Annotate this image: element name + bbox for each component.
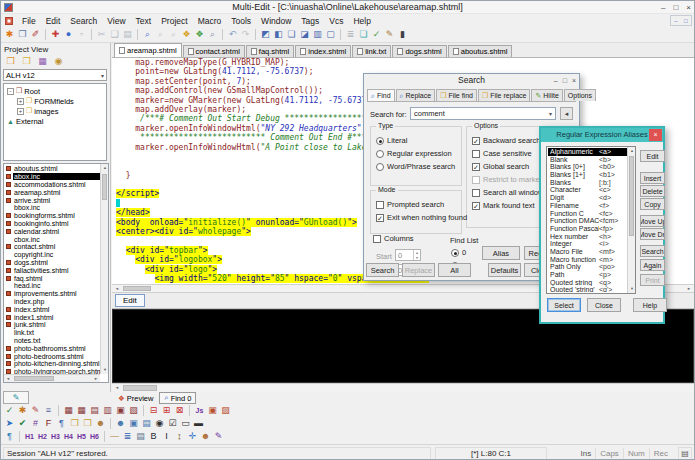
javascript-icon[interactable]: Js (193, 404, 206, 417)
contact-icon[interactable]: ☻ (94, 417, 107, 430)
close-icon[interactable]: × (649, 129, 662, 141)
scroll-up-icon[interactable]: ▲ (101, 164, 109, 172)
edit-mode-tab[interactable]: Edit (115, 294, 145, 307)
collapse-icon[interactable]: - (7, 88, 14, 95)
redo-icon[interactable]: ↷ (239, 28, 252, 41)
spell-check-icon[interactable]: ✓ (370, 28, 383, 41)
insert-thumbnail-icon[interactable]: ▤ (140, 417, 153, 430)
h5-icon[interactable]: H5 (75, 430, 88, 443)
alias-item[interactable]: Filename<f> (548, 202, 627, 210)
tile-horizontal-icon[interactable]: ◩ (259, 28, 272, 41)
file-list-item[interactable]: photo-kitchen-dinning.shtml (4, 360, 100, 368)
search-tab-replace[interactable]: ⌕Replace (396, 89, 436, 101)
close-icon[interactable]: × (686, 1, 691, 14)
move-dn-button[interactable]: Move Dn (640, 228, 665, 240)
search-tab-find[interactable]: ⌕Find (367, 89, 395, 101)
menu-help[interactable]: Help (348, 16, 375, 26)
search-for-input[interactable]: comment ▾ (410, 107, 556, 120)
alias-item[interactable]: Quoted string<q> (548, 279, 627, 287)
tab-index-shtml[interactable]: index.shtml (295, 45, 351, 57)
file-list-item[interactable]: dogs.shtml (4, 259, 100, 267)
cut-icon[interactable]: ✂ (95, 28, 108, 41)
menu-text[interactable]: Text (131, 16, 157, 26)
h2-icon[interactable]: H2 (36, 430, 49, 443)
again-button[interactable]: Again (640, 259, 665, 271)
insert-button[interactable]: Insert (640, 172, 665, 184)
bold-icon[interactable]: B (147, 430, 160, 443)
menu-project[interactable]: Project (156, 16, 192, 26)
maximize-icon[interactable]: □ (673, 1, 678, 14)
find-prev-icon[interactable]: ⌕ (167, 28, 180, 41)
tab-link-txt[interactable]: link.txt (352, 45, 391, 57)
template-open-icon[interactable]: ❒ (68, 417, 81, 430)
file-list-item[interactable]: notes.txt (4, 337, 100, 345)
close-button[interactable]: Close (587, 298, 621, 312)
checkbox-exit-when-nothing-found[interactable]: ✓Exit when nothing found (371, 211, 461, 224)
tab-contact-shtml[interactable]: contact.shtml (183, 45, 245, 57)
insert-image-icon[interactable]: ▣ (127, 417, 140, 430)
bullet-list-icon[interactable]: ≣ (121, 430, 134, 443)
user-add-icon[interactable]: ☻ (114, 417, 127, 430)
menu-search[interactable]: Search (65, 16, 102, 26)
panel-tab-preview[interactable]: ❖Preview (114, 392, 157, 404)
radio-0[interactable]: 0 (446, 246, 466, 259)
meta-tag-icon[interactable]: ¶ (55, 417, 68, 430)
spell-html-icon[interactable]: ✓ (3, 404, 16, 417)
alias-item[interactable]: Blanks [1+]<b1> (548, 171, 627, 179)
browser-preview-icon[interactable]: ➤ (3, 417, 16, 430)
alias-item[interactable]: Character<c> (548, 186, 627, 194)
anchor-icon[interactable]: ✛ (186, 430, 199, 443)
scroll-right-icon[interactable]: ► (685, 285, 693, 293)
menu-tags[interactable]: Tags (296, 16, 324, 26)
insert-column-icon[interactable]: ▥ (101, 404, 114, 417)
macro-list-icon[interactable]: ≣ (344, 28, 357, 41)
pin-icon[interactable]: ✚ (49, 28, 62, 41)
split-cell-icon[interactable]: ▧ (127, 404, 140, 417)
file-list-item[interactable]: index.shtml (4, 305, 100, 313)
docked-panel-icon[interactable]: ✎ (3, 391, 29, 404)
copy-button[interactable]: Copy (640, 198, 665, 210)
file-list-item[interactable]: arrive.shtml (4, 196, 100, 204)
paragraph-icon[interactable]: ¶ (3, 430, 16, 443)
validate-html-icon[interactable]: ✔ (16, 417, 29, 430)
window-search-icon[interactable]: ❏ (357, 28, 370, 41)
minimize-icon[interactable]: – (661, 1, 665, 14)
defaults-button[interactable]: Defaults (488, 263, 521, 277)
open-project-icon[interactable]: ❒ (20, 55, 33, 68)
table-wizard-icon[interactable]: ▦ (62, 404, 75, 417)
select-button[interactable]: Select (547, 298, 581, 312)
search-tab-options[interactable]: Options (564, 89, 596, 101)
file-list-item[interactable]: aboutus.shtml (4, 165, 100, 173)
radio-literal[interactable]: Literal (371, 134, 461, 147)
menu-window[interactable]: Window (256, 16, 296, 26)
scroll-left-icon[interactable]: ◄ (113, 384, 121, 392)
project-properties-icon[interactable]: ▦ (36, 55, 49, 68)
open-file-icon[interactable]: ❐ (16, 28, 29, 41)
file-list-item[interactable]: copyright.inc (4, 251, 100, 259)
file-list-item[interactable]: index1.shtml (4, 313, 100, 321)
search-tab-file-replace[interactable]: ❒File replace (478, 89, 530, 101)
css-icon[interactable]: # (29, 417, 42, 430)
alias-item[interactable]: Function C<fc> (548, 210, 627, 218)
expand-icon[interactable]: + (17, 108, 24, 115)
file-list-item[interactable]: faq.shtml (4, 274, 100, 282)
alias-item[interactable]: Function DMAC<fcm> (548, 217, 627, 225)
menu-tools[interactable]: Tools (226, 16, 256, 26)
tree-item-formfields[interactable]: +❒FORMfields (4, 96, 106, 106)
alias-item[interactable]: Blank<b> (548, 156, 627, 164)
new-file-icon[interactable]: ✱ (3, 28, 16, 41)
panel-tab-find-0[interactable]: ⌕Find 0 (159, 392, 196, 404)
menu-file[interactable]: File (17, 16, 41, 26)
bookmark-icon[interactable]: ▮ (396, 28, 409, 41)
text-field-icon[interactable]: ▭ (179, 417, 192, 430)
project-view-mode-icon[interactable]: ◉ (52, 55, 65, 68)
file-list-item[interactable]: improvements.shtml (4, 290, 100, 298)
search-button[interactable]: Search (366, 263, 399, 277)
menu-vcs[interactable]: Vcs (324, 16, 348, 26)
paste-icon[interactable]: ▤ (121, 28, 134, 41)
italic-icon[interactable]: I (160, 430, 173, 443)
scroll-down-icon[interactable]: ▼ (628, 285, 636, 293)
expand-icon[interactable]: + (17, 98, 24, 105)
file-list-item[interactable]: bookinginfo.shtml (4, 220, 100, 228)
file-list-item[interactable]: head.inc (4, 282, 100, 290)
